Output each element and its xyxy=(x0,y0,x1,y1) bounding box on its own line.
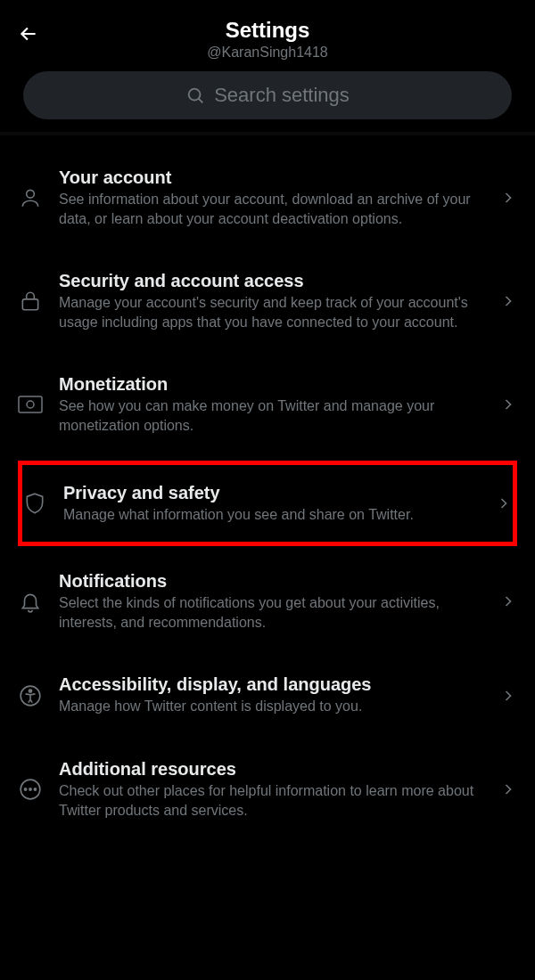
shield-icon xyxy=(22,491,47,516)
chevron-right-icon xyxy=(499,189,517,207)
svg-point-4 xyxy=(27,401,34,408)
setting-title: Notifications xyxy=(59,571,483,592)
chevron-right-icon xyxy=(499,396,517,413)
setting-desc: Check out other places for helpful infor… xyxy=(59,781,483,820)
setting-title: Privacy and safety xyxy=(63,483,479,503)
setting-desc: See how you can make money on Twitter an… xyxy=(59,396,483,435)
setting-desc: Manage your account's security and keep … xyxy=(59,293,483,331)
setting-title: Your account xyxy=(59,167,483,188)
search-container: Search settings xyxy=(0,71,535,132)
separator xyxy=(0,132,535,135)
svg-point-9 xyxy=(29,788,31,790)
setting-desc: Manage how Twitter content is displayed … xyxy=(59,697,483,716)
setting-item-privacy[interactable]: Privacy and safety Manage what informati… xyxy=(18,461,517,547)
setting-desc: See information about your account, down… xyxy=(59,190,483,228)
setting-item-resources[interactable]: Additional resources Check out other pla… xyxy=(0,738,535,841)
chevron-right-icon xyxy=(499,780,517,798)
setting-text: Your account See information about your … xyxy=(59,167,483,228)
setting-title: Monetization xyxy=(59,374,483,395)
setting-item-security[interactable]: Security and account access Manage your … xyxy=(0,249,535,353)
chevron-right-icon xyxy=(499,592,517,610)
setting-desc: Manage what information you see and shar… xyxy=(63,505,479,525)
chevron-right-icon xyxy=(499,292,517,310)
svg-rect-3 xyxy=(19,396,42,412)
setting-item-account[interactable]: Your account See information about your … xyxy=(0,146,535,249)
username-label: @KaranSingh1418 xyxy=(14,45,521,61)
setting-item-notifications[interactable]: Notifications Select the kinds of notifi… xyxy=(0,550,535,653)
setting-title: Accessibility, display, and languages xyxy=(59,674,483,695)
money-icon xyxy=(18,392,43,417)
setting-title: Security and account access xyxy=(59,271,483,291)
user-icon xyxy=(18,185,43,210)
setting-title: Additional resources xyxy=(59,759,483,780)
svg-point-0 xyxy=(189,89,201,101)
setting-text: Monetization See how you can make money … xyxy=(59,374,483,435)
more-icon xyxy=(18,777,43,802)
chevron-right-icon xyxy=(495,494,513,512)
accessibility-icon xyxy=(18,683,43,708)
arrow-left-icon xyxy=(17,22,40,45)
back-button[interactable] xyxy=(14,20,43,48)
settings-list: Your account See information about your … xyxy=(0,146,535,841)
page-title: Settings xyxy=(14,18,521,43)
svg-rect-2 xyxy=(22,299,37,310)
search-icon xyxy=(185,86,205,105)
header: Settings @KaranSingh1418 xyxy=(0,7,535,71)
setting-text: Security and account access Manage your … xyxy=(59,271,483,331)
setting-text: Additional resources Check out other pla… xyxy=(59,759,483,820)
svg-point-10 xyxy=(34,788,36,790)
svg-point-8 xyxy=(25,788,27,790)
svg-point-1 xyxy=(27,190,35,198)
setting-text: Accessibility, display, and languages Ma… xyxy=(59,674,483,716)
search-placeholder: Search settings xyxy=(214,84,350,107)
setting-text: Notifications Select the kinds of notifi… xyxy=(59,571,483,632)
search-input[interactable]: Search settings xyxy=(23,71,512,119)
svg-point-6 xyxy=(29,690,31,692)
chevron-right-icon xyxy=(499,687,517,705)
setting-item-accessibility[interactable]: Accessibility, display, and languages Ma… xyxy=(0,653,535,738)
bell-icon xyxy=(18,589,43,614)
setting-item-monetization[interactable]: Monetization See how you can make money … xyxy=(0,353,535,456)
lock-icon xyxy=(18,289,43,314)
status-bar xyxy=(0,0,535,7)
setting-desc: Select the kinds of notifications you ge… xyxy=(59,593,483,632)
setting-text: Privacy and safety Manage what informati… xyxy=(63,483,479,525)
